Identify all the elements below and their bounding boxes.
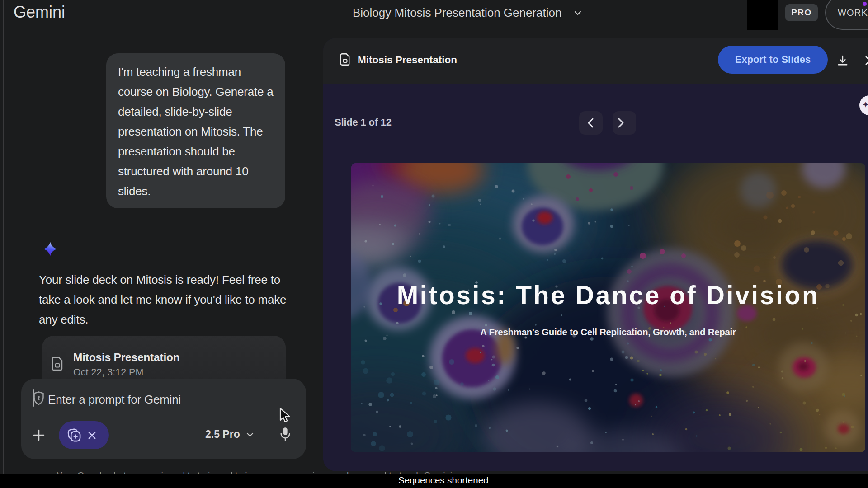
svg-text:A Freshman's Guide to Cell Rep: A Freshman's Guide to Cell Replication, … (480, 327, 736, 337)
svg-text:Mitosis: The Dance of Division: Mitosis: The Dance of Division (397, 281, 820, 310)
